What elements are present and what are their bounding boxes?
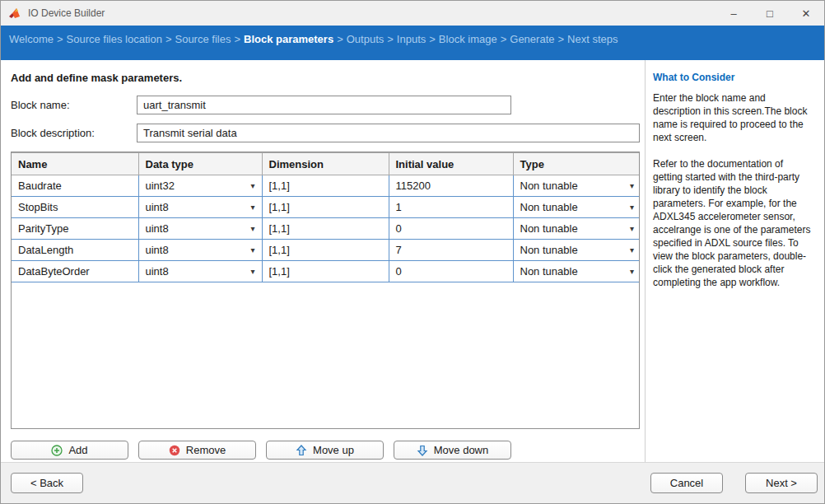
breadcrumb-separator: > [497, 33, 510, 45]
remove-button-label: Remove [186, 444, 226, 456]
chevron-down-icon[interactable]: ▾ [247, 267, 254, 276]
chevron-down-icon[interactable]: ▾ [247, 181, 254, 190]
table-row: DataLength uint8▾ [1,1] 7 Non tunable▾ [12, 240, 640, 261]
breadcrumb-separator: > [54, 33, 67, 45]
close-button[interactable]: ✕ [788, 1, 824, 26]
breadcrumb-item-outputs: Outputs [347, 33, 385, 45]
data-type-value: uint8 [146, 244, 169, 256]
breadcrumb-item-block-parameters: Block parameters [244, 33, 333, 45]
type-value: Non tunable [520, 201, 578, 213]
window-title: IO Device Builder [28, 7, 715, 19]
cell-name[interactable]: ParityType [12, 218, 138, 240]
cell-type[interactable]: Non tunable▾ [513, 197, 640, 218]
column-header-data-type: Data type [138, 153, 262, 175]
column-header-name: Name [12, 153, 138, 175]
remove-button[interactable]: Remove [138, 441, 256, 460]
cell-dimension[interactable]: [1,1] [262, 197, 389, 218]
table-row: Baudrate uint32▾ [1,1] 115200 Non tunabl… [12, 175, 640, 197]
cell-initial-value[interactable]: 7 [389, 240, 513, 261]
move-up-icon [296, 445, 307, 456]
cell-initial-value[interactable]: 115200 [389, 175, 513, 197]
help-sidebar: What to Consider Enter the block name an… [645, 60, 824, 462]
chevron-down-icon[interactable]: ▾ [627, 203, 634, 212]
data-type-value: uint8 [146, 222, 169, 235]
cell-type[interactable]: Non tunable▾ [513, 175, 640, 197]
block-description-label: Block description: [11, 127, 137, 139]
breadcrumb-separator: > [162, 33, 175, 45]
cell-initial-value[interactable]: 0 [389, 261, 513, 282]
breadcrumb-item-welcome: Welcome [9, 33, 54, 45]
cell-name[interactable]: StopBits [12, 197, 138, 218]
cell-initial-value[interactable]: 0 [389, 218, 513, 240]
page-title: Add and define mask parameters. [11, 72, 640, 84]
title-bar: IO Device Builder – □ ✕ [1, 1, 824, 26]
chevron-down-icon[interactable]: ▾ [627, 245, 634, 254]
block-name-label: Block name: [11, 99, 137, 111]
breadcrumb-item-inputs: Inputs [397, 33, 426, 45]
cell-dimension[interactable]: [1,1] [262, 175, 389, 197]
cell-data-type[interactable]: uint32▾ [138, 175, 262, 197]
back-button[interactable]: < Back [11, 473, 83, 493]
cell-data-type[interactable]: uint8▾ [138, 218, 262, 240]
maximize-button[interactable]: □ [752, 1, 788, 26]
app-icon [8, 7, 21, 20]
minimize-button[interactable]: – [715, 1, 752, 26]
add-button[interactable]: Add [11, 441, 128, 460]
type-value: Non tunable [520, 244, 578, 256]
block-name-input[interactable] [137, 96, 511, 114]
breadcrumb-item-source-files: Source files [175, 33, 231, 45]
table-row: StopBits uint8▾ [1,1] 1 Non tunable▾ [12, 197, 640, 218]
column-header-type: Type [513, 153, 640, 175]
cell-initial-value[interactable]: 1 [389, 197, 513, 218]
cell-dimension[interactable]: [1,1] [262, 240, 389, 261]
cell-data-type[interactable]: uint8▾ [138, 261, 262, 282]
block-description-input[interactable] [137, 124, 640, 142]
chevron-down-icon[interactable]: ▾ [247, 203, 254, 212]
breadcrumb-separator: > [231, 33, 244, 45]
column-header-initial-value: Initial value [389, 153, 513, 175]
move-up-button[interactable]: Move up [266, 441, 384, 460]
type-value: Non tunable [520, 180, 578, 192]
chevron-down-icon[interactable]: ▾ [627, 224, 634, 233]
type-value: Non tunable [520, 222, 578, 235]
table-row: DataByteOrder uint8▾ [1,1] 0 Non tunable… [12, 261, 640, 282]
cell-name[interactable]: DataLength [12, 240, 138, 261]
chevron-down-icon[interactable]: ▾ [627, 267, 634, 276]
add-icon [51, 445, 63, 456]
main-panel: Add and define mask parameters. Block na… [1, 60, 645, 462]
cell-type[interactable]: Non tunable▾ [513, 261, 640, 282]
data-type-value: uint8 [146, 201, 169, 213]
cancel-button[interactable]: Cancel [650, 473, 723, 493]
cell-data-type[interactable]: uint8▾ [138, 240, 262, 261]
breadcrumb-item-next-steps: Next steps [567, 33, 618, 45]
block-description-row: Block description: [11, 124, 640, 142]
breadcrumb-separator: > [333, 33, 347, 45]
parameters-table: Name Data type Dimension Initial value T… [11, 152, 640, 429]
cell-data-type[interactable]: uint8▾ [138, 197, 262, 218]
breadcrumb-item-block-image: Block image [439, 33, 497, 45]
chevron-down-icon[interactable]: ▾ [627, 181, 634, 190]
move-down-icon [417, 445, 428, 456]
cell-dimension[interactable]: [1,1] [262, 261, 389, 282]
breadcrumb-separator: > [426, 33, 439, 45]
help-paragraph: Enter the block name and description in … [653, 91, 814, 144]
cell-dimension[interactable]: [1,1] [262, 218, 389, 240]
move-down-button-label: Move down [434, 444, 488, 456]
next-button[interactable]: Next > [745, 473, 818, 493]
io-device-builder-window: IO Device Builder – □ ✕ Welcome>Source f… [0, 0, 825, 504]
move-down-button[interactable]: Move down [394, 441, 511, 460]
table-header-row: Name Data type Dimension Initial value T… [12, 153, 640, 175]
cell-type[interactable]: Non tunable▾ [513, 218, 640, 240]
data-type-value: uint32 [146, 180, 175, 192]
chevron-down-icon[interactable]: ▾ [247, 224, 254, 233]
cell-name[interactable]: DataByteOrder [12, 261, 138, 282]
chevron-down-icon[interactable]: ▾ [247, 245, 254, 254]
help-paragraph: Refer to the documentation of getting st… [653, 157, 814, 289]
block-name-row: Block name: [11, 96, 640, 114]
table-actions: Add Remove Move up [11, 441, 640, 460]
breadcrumb-separator: > [384, 33, 397, 45]
cell-type[interactable]: Non tunable▾ [513, 240, 640, 261]
column-header-dimension: Dimension [262, 153, 389, 175]
breadcrumb: Welcome>Source files location>Source fil… [1, 26, 824, 60]
cell-name[interactable]: Baudrate [12, 175, 138, 197]
